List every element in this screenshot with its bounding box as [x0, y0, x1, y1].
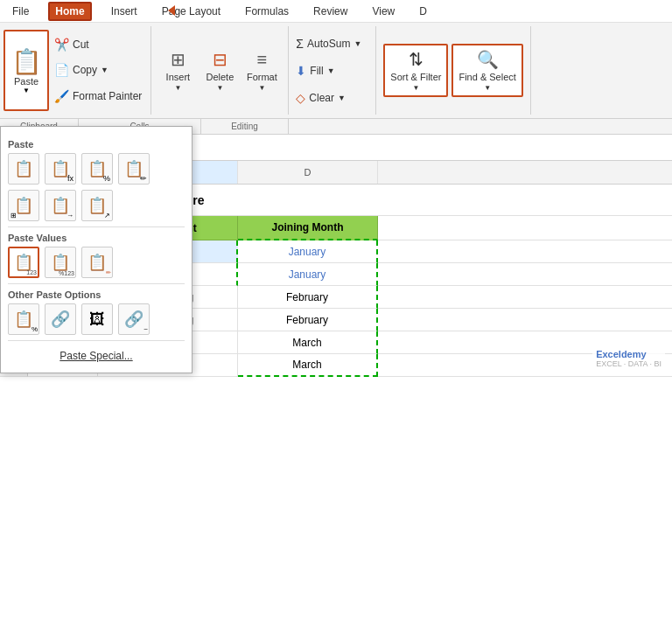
autosum-icon: Σ: [296, 37, 304, 51]
menu-d[interactable]: D: [414, 3, 432, 19]
paste-values-btn-2[interactable]: 📋 %123: [45, 247, 76, 278]
other-paste-btn-1[interactable]: 📋%: [8, 303, 39, 335]
paste-icons-row: 📋 📋fx 📋% 📋✏ 📋⊞ 📋→ 📋↗: [8, 153, 185, 221]
paste-values-section-label: Paste Values: [8, 233, 185, 243]
other-paste-btn-3[interactable]: 🖼: [81, 303, 113, 335]
format-icon: ≡: [257, 50, 268, 70]
cell-d9[interactable]: March: [238, 331, 378, 354]
format-painter-label: Format Painter: [73, 90, 142, 102]
paste-divider-2: [8, 283, 185, 284]
insert-label: Insert: [166, 72, 191, 82]
copy-arrow: ▼: [101, 66, 108, 74]
fill-label: Fill: [310, 65, 323, 77]
clear-label: Clear: [309, 92, 334, 104]
paste-divider-1: [8, 226, 185, 227]
fill-button[interactable]: ⬇ Fill ▼: [296, 64, 368, 78]
other-paste-btn-2[interactable]: 🔗: [45, 303, 76, 335]
paste-icon-btn-5[interactable]: 📋⊞: [8, 190, 39, 221]
paste-icon-btn-7[interactable]: 📋↗: [81, 190, 113, 221]
format-label: Format: [247, 72, 277, 82]
format-arrow: ▼: [258, 84, 265, 92]
paste-icon: 📋: [11, 47, 42, 76]
cut-icon: ✂️: [54, 38, 69, 52]
find-label: Find & Select: [458, 72, 515, 82]
autosum-button[interactable]: Σ AutoSum ▼: [296, 37, 368, 51]
insert-button[interactable]: ⊞ Insert ▼: [158, 49, 197, 92]
delete-label: Delete: [206, 72, 234, 82]
paste-icon-btn-4[interactable]: 📋✏: [118, 153, 150, 185]
insert-arrow: ▼: [174, 84, 181, 92]
paste-button[interactable]: 📋 Paste ▼: [4, 30, 49, 111]
copy-icon: 📄: [54, 63, 69, 77]
delete-icon: ⊟: [213, 49, 228, 70]
cells-group: ⊞ Insert ▼ ⊟ Delete ▼ ≡ Format ▼: [151, 26, 289, 115]
other-paste-btn-4[interactable]: 🔗~: [118, 303, 150, 335]
cell-d7[interactable]: February: [238, 286, 378, 309]
col-header-d[interactable]: D: [238, 161, 378, 184]
clipboard-right: ✂️ Cut 📄 Copy ▼ 🖌️ Format Painter: [49, 30, 147, 111]
ribbon-label-editing: Editing: [201, 119, 289, 134]
paste-icon-btn-3[interactable]: 📋%: [81, 153, 113, 185]
paste-values-icons-row: 📋 123 📋 %123 📋 ✏: [8, 247, 185, 278]
clear-button[interactable]: ◇ Clear ▼: [296, 91, 368, 105]
cell-d5[interactable]: January: [238, 240, 378, 263]
cell-d10[interactable]: March: [238, 354, 378, 377]
fill-icon: ⬇: [296, 64, 306, 78]
fill-arrow: ▼: [327, 66, 335, 75]
paste-dropdown-arrow: ▼: [23, 87, 30, 94]
home-arrow: [168, 5, 175, 16]
find-select-button[interactable]: 🔍 Find & Select ▼: [452, 44, 522, 97]
clear-arrow: ▼: [338, 94, 346, 102]
clipboard-group: 📋 Paste ▼ ✂️ Cut 📄 Copy ▼ 🖌️ Format Pain…: [0, 26, 151, 115]
cell-d6[interactable]: January: [238, 263, 378, 286]
paste-special-link[interactable]: Paste Special...: [8, 346, 185, 366]
menu-insert[interactable]: Insert: [106, 3, 143, 19]
formula-input[interactable]: [121, 139, 668, 156]
copy-button[interactable]: 📄 Copy ▼: [52, 62, 144, 78]
sort-find-group: ⇅ Sort & Filter ▼ 🔍 Find & Select ▼: [376, 26, 531, 115]
paste-values-btn-3[interactable]: 📋 ✏: [81, 247, 113, 278]
find-arrow: ▼: [484, 84, 491, 92]
delete-arrow: ▼: [216, 84, 223, 92]
format-painter-icon: 🖌️: [54, 89, 69, 103]
insert-icon: ⊞: [171, 49, 186, 70]
paste-values-btn-1[interactable]: 📋 123: [8, 247, 39, 278]
sort-arrow: ▼: [412, 84, 419, 92]
watermark: Exceldemy EXCEL · DATA · BI: [592, 347, 665, 370]
menu-review[interactable]: Review: [308, 3, 353, 19]
menu-formulas[interactable]: Formulas: [240, 3, 294, 19]
menu-bar: File Home Insert Page Layout Formulas Re…: [0, 0, 672, 23]
clear-icon: ◇: [296, 91, 305, 105]
sort-label: Sort & Filter: [390, 72, 441, 82]
delete-button[interactable]: ⊟ Delete ▼: [200, 49, 239, 92]
paste-icon-btn-6[interactable]: 📋→: [45, 190, 76, 221]
format-button[interactable]: ≡ Format ▼: [242, 50, 281, 92]
other-paste-icons-row: 📋% 🔗 🖼 🔗~: [8, 303, 185, 335]
menu-view[interactable]: View: [367, 3, 400, 19]
cut-label: Cut: [73, 38, 89, 51]
sort-icon: ⇅: [409, 49, 424, 70]
col-header-rest: [378, 161, 672, 184]
cell-d8[interactable]: February: [238, 309, 378, 331]
autosum-arrow: ▼: [354, 39, 361, 48]
cut-button[interactable]: ✂️ Cut: [52, 37, 144, 52]
paste-label: Paste: [14, 76, 38, 87]
paste-divider-3: [8, 340, 185, 341]
paste-dropdown: Paste 📋 📋fx 📋% 📋✏ 📋⊞ 📋→ 📋↗ Paste Values …: [0, 126, 192, 373]
sort-filter-button[interactable]: ⇅ Sort & Filter ▼: [383, 44, 448, 97]
format-painter-button[interactable]: 🖌️ Format Painter: [52, 88, 144, 104]
menu-home[interactable]: Home: [48, 2, 91, 21]
menu-page-layout[interactable]: Page Layout: [157, 3, 226, 19]
paste-icon-btn-2[interactable]: 📋fx: [45, 153, 76, 185]
header-col3[interactable]: Joining Month: [238, 216, 378, 240]
find-icon: 🔍: [477, 49, 499, 70]
other-paste-section-label: Other Paste Options: [8, 289, 185, 300]
ribbon: 📋 Paste ▼ ✂️ Cut 📄 Copy ▼ 🖌️ Format Pain…: [0, 23, 672, 119]
menu-file[interactable]: File: [7, 3, 34, 19]
editing-group: Σ AutoSum ▼ ⬇ Fill ▼ ◇ Clear ▼: [289, 26, 376, 115]
paste-section-label: Paste: [8, 139, 185, 150]
paste-icon-btn-1[interactable]: 📋: [8, 153, 39, 185]
copy-label: Copy: [73, 64, 97, 76]
autosum-label: AutoSum: [307, 38, 350, 50]
